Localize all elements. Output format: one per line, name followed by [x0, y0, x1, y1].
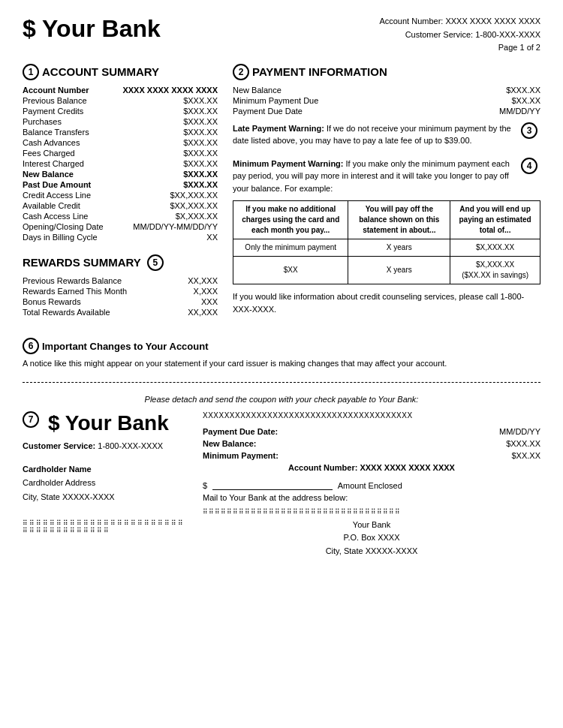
rewards-row: Previous Rewards BalanceXX,XXX	[23, 275, 218, 286]
payment-row: Payment Due DateMM/DD/YY	[233, 106, 540, 116]
account-summary-value: $XXX.XX	[112, 137, 218, 148]
coupon-right: XXXXXXXXXXXXXXXXXXXXXXXXXXXXXXXXXXXXXXX …	[203, 411, 540, 558]
rewards-label: Total Rewards Available	[23, 307, 174, 317]
account-summary-row: Credit Access Line$XX,XXX.XX	[23, 190, 218, 200]
account-number-line: Account Number: XXXX XXXX XXXX XXXX	[379, 15, 540, 29]
min-payment-row: Only the minimum paymentX years$X,XXX.XX	[233, 239, 540, 257]
cardholder-name: Cardholder Name	[23, 462, 188, 477]
amount-enclosed-line: $ Amount Enclosed	[203, 481, 540, 490]
amount-enclosed-suffix: Amount Enclosed	[338, 481, 402, 490]
account-summary-value: XX	[112, 232, 218, 242]
customer-service-label: Customer Service:	[405, 30, 473, 39]
barcode-bottom: ⠿⠿⠿⠿⠿⠿⠿⠿⠿⠿⠿⠿⠿⠿⠿⠿⠿⠿⠿⠿⠿⠿⠿⠿⠿⠿⠿⠿⠿⠿⠿⠿⠿⠿⠿⠿⠿	[23, 519, 188, 534]
coupon-new-balance-label: New Balance:	[203, 439, 257, 448]
account-summary-label: Balance Transfers	[23, 127, 112, 137]
right-column: 2 PAYMENT INFORMATION New Balance$XXX.XX…	[233, 64, 540, 322]
cardholder-city: City, State XXXXX-XXXX	[23, 490, 188, 504]
bank-address: Your Bank P.O. Box XXXX City, State XXXX…	[203, 519, 540, 558]
account-summary-label: Account Number	[23, 85, 112, 95]
account-summary-row: Purchases$XXX.XX	[23, 116, 218, 127]
account-summary-value: MM/DD/YY-MM/DD/YY	[112, 221, 218, 232]
rewards-value: XX,XXX	[174, 307, 218, 317]
cardholder-address: Cardholder Address	[23, 476, 188, 490]
min-payment-table: If you make no additional charges using …	[233, 200, 540, 284]
coupon-divider	[23, 382, 540, 383]
po-box: P.O. Box XXXX	[203, 531, 540, 545]
account-summary-label: Interest Charged	[23, 158, 112, 169]
coupon-due-date-value: MM/DD/YY	[421, 426, 540, 438]
account-summary-value: $XXX.XX	[112, 116, 218, 127]
coupon-due-date-label: Payment Due Date:	[203, 427, 278, 436]
barcode-right: ⠿⠿⠿⠿⠿⠿⠿⠿⠿⠿⠿⠿⠿⠿⠿⠿⠿⠿⠿⠿⠿⠿⠿⠿⠿⠿⠿⠿⠿⠿⠿⠿⠿	[203, 508, 540, 516]
customer-service-line: Customer Service: 1-800-XXX-XXXX	[379, 29, 540, 42]
coupon-left: 7 $ Your Bank Customer Service: 1-800-XX…	[23, 411, 188, 558]
account-summary-label: Opening/Closing Date	[23, 221, 112, 232]
coupon-new-balance-row: New Balance: $XXX.XX	[203, 438, 540, 450]
account-summary-row: Cash Access Line$X,XXX.XX	[23, 211, 218, 221]
account-summary-label: Available Credit	[23, 200, 112, 211]
coupon-min-payment-row: Minimum Payment: $XX.XX	[203, 450, 540, 462]
late-warning: Late Payment Warning: If we do not recei…	[233, 122, 515, 147]
rewards-title: REWARDS SUMMARY	[23, 256, 141, 269]
account-summary-label: Previous Balance	[23, 95, 112, 106]
rewards-label: Bonus Rewards	[23, 296, 174, 307]
coupon-account-bar: XXXXXXXXXXXXXXXXXXXXXXXXXXXXXXXXXXXXXXX	[203, 411, 540, 420]
account-summary-row: Fees Charged$XXX.XX	[23, 148, 218, 158]
rewards-value: XX,XXX	[174, 275, 218, 286]
account-summary-value: XXXX XXXX XXXX XXXX	[112, 85, 218, 95]
coupon-min-payment-value: $XX.XX	[421, 450, 540, 462]
payment-value: $XXX.XX	[441, 85, 540, 95]
section4-circle: 4	[521, 158, 537, 174]
coupon-service: Customer Service: 1-800-XXX-XXXX	[23, 441, 188, 450]
payment-value: $XX.XX	[441, 95, 540, 106]
bank-logo: $ Your Bank	[23, 15, 161, 43]
min-payment-cell-1: X years	[348, 239, 450, 257]
amount-line	[212, 489, 333, 490]
min-payment-cell-0: Only the minimum payment	[233, 239, 348, 257]
payment-row: New Balance$XXX.XX	[233, 85, 540, 95]
rewards-value: X,XXX	[174, 286, 218, 296]
left-column: 1 ACCOUNT SUMMARY Account NumberXXXX XXX…	[23, 64, 218, 322]
account-summary-row: Previous Balance$XXX.XX	[23, 95, 218, 106]
coupon-due-date-row: Payment Due Date: MM/DD/YY	[203, 426, 540, 438]
account-summary-row: Account NumberXXXX XXXX XXXX XXXX	[23, 85, 218, 95]
changes-section: 6 Important Changes to Your Account A no…	[23, 333, 540, 370]
account-number-value: XXXX XXXX XXXX XXXX	[445, 17, 540, 26]
rewards-table: Previous Rewards BalanceXX,XXXRewards Ea…	[23, 275, 218, 317]
payment-label: New Balance	[233, 85, 441, 95]
rewards-row: Rewards Earned This MonthX,XXX	[23, 286, 218, 296]
account-summary-label: Purchases	[23, 116, 112, 127]
coupon-section: Please detach and send the coupon with y…	[23, 395, 540, 558]
payment-label: Minimum Payment Due	[233, 95, 441, 106]
min-warning: Minimum Payment Warning: If you make onl…	[233, 158, 515, 195]
account-summary-value: $XXX.XX	[112, 169, 218, 179]
bank-city-state: City, State XXXXX-XXXX	[203, 545, 540, 558]
coupon-new-balance-value: $XXX.XX	[421, 438, 540, 450]
mail-to-text: Mail to Your Bank at the address below:	[203, 493, 540, 502]
account-summary-row: Interest Charged$XXX.XX	[23, 158, 218, 169]
section7-circle: 7	[23, 411, 39, 428]
dollar-sign: $	[203, 481, 207, 490]
rewards-row: Bonus RewardsXXX	[23, 296, 218, 307]
account-summary-value: $XXX.XX	[112, 148, 218, 158]
account-info: Account Number: XXXX XXXX XXXX XXXX Cust…	[379, 15, 540, 55]
section6-circle: 6	[23, 338, 39, 354]
section5-circle: 5	[147, 254, 164, 271]
rewards-header: REWARDS SUMMARY 5	[23, 254, 218, 271]
main-columns: 1 ACCOUNT SUMMARY Account NumberXXXX XXX…	[23, 64, 540, 322]
min-table-header-3: And you will end up paying an estimated …	[450, 201, 540, 239]
min-payment-cell-2: $X,XXX.XX	[450, 239, 540, 257]
payment-row: Minimum Payment Due$XX.XX	[233, 95, 540, 106]
coupon-service-label: Customer Service:	[23, 441, 95, 450]
coupon-logo: $ Your Bank	[48, 411, 169, 435]
account-summary-value: $X,XXX.XX	[112, 211, 218, 221]
rewards-row: Total Rewards AvailableXX,XXX	[23, 307, 218, 317]
section2-circle: 2	[233, 64, 249, 80]
account-summary-value: $XXX.XX	[112, 95, 218, 106]
account-summary-value: $XXX.XX	[112, 158, 218, 169]
coupon-payment-table: Payment Due Date: MM/DD/YY New Balance: …	[203, 426, 540, 474]
section1-circle: 1	[23, 64, 39, 80]
page: $ Your Bank Account Number: XXXX XXXX XX…	[23, 15, 540, 558]
coupon-account-number-value: XXXX XXXX XXXX XXXX	[360, 463, 455, 472]
customer-service-value: 1-800-XXX-XXXX	[475, 30, 540, 39]
